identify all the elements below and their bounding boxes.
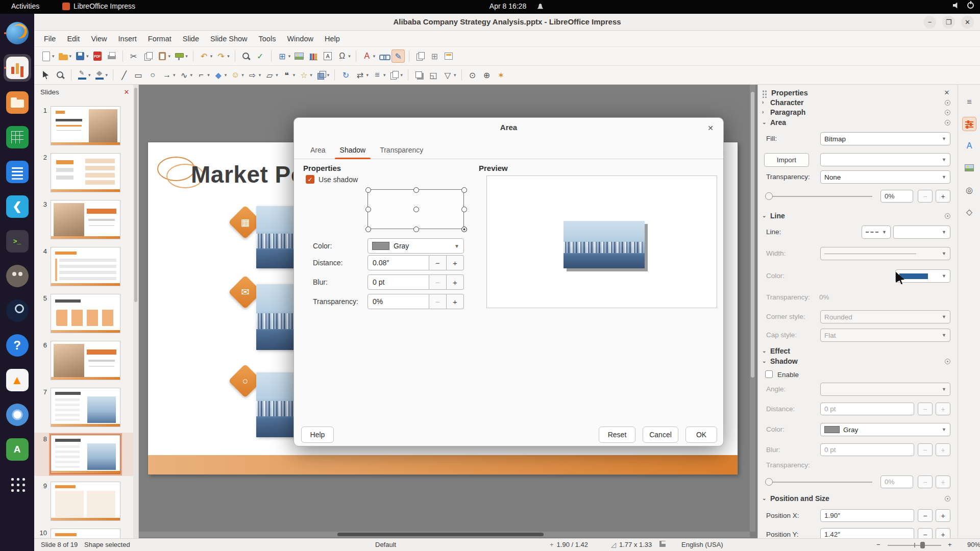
dock-item-help[interactable]: ? xyxy=(4,332,31,359)
transparency-slider[interactable] xyxy=(765,190,872,203)
callouts-dropdown-arrow-icon[interactable]: ▾ xyxy=(293,72,296,78)
shadow-handle-top-left[interactable] xyxy=(365,187,371,193)
decrease-button[interactable]: − xyxy=(918,403,933,415)
menu-format[interactable]: Format xyxy=(142,33,177,45)
copy-button[interactable] xyxy=(141,49,155,63)
help-button[interactable]: Help xyxy=(301,427,334,443)
open-dropdown-arrow-icon[interactable]: ▾ xyxy=(69,54,72,59)
paste-dropdown-arrow-icon[interactable]: ▾ xyxy=(168,54,171,59)
properties-deck-button[interactable] xyxy=(962,117,976,131)
slide-thumbnail-8[interactable]: 8 xyxy=(34,433,133,476)
transparency-decrease-button[interactable]: − xyxy=(429,294,447,309)
width-dropdown[interactable]: ▼ xyxy=(820,247,950,260)
app-grid-button[interactable] xyxy=(4,470,31,498)
basic-shapes-dropdown-arrow-icon[interactable]: ▾ xyxy=(225,72,227,78)
callouts-button[interactable]: ❝▾ xyxy=(280,68,297,82)
select-button[interactable] xyxy=(39,68,53,82)
increase-button[interactable]: + xyxy=(936,443,950,456)
window-titlebar[interactable]: Alibaba Company Strategy Analysis.pptx -… xyxy=(34,14,980,31)
slide-thumbnail-5[interactable]: 5 xyxy=(34,292,133,335)
flip-button[interactable]: ⇄▾ xyxy=(353,68,370,82)
save-dropdown-arrow-icon[interactable]: ▾ xyxy=(86,54,89,59)
increase-button[interactable]: + xyxy=(936,475,950,488)
arrange-dropdown-arrow-icon[interactable]: ▾ xyxy=(400,72,403,78)
shadow-handle-bottom-center[interactable] xyxy=(413,227,419,232)
section-character[interactable]: › Character xyxy=(758,98,958,108)
transparency-input[interactable]: 0% xyxy=(368,294,429,309)
dock-item-libreoffice-impress[interactable] xyxy=(4,54,31,82)
blur-increase-button[interactable]: + xyxy=(447,274,464,290)
rectangle-button[interactable]: ▭ xyxy=(132,68,145,82)
section-settings-icon[interactable] xyxy=(945,100,950,106)
bitmap-dropdown[interactable]: ▼ xyxy=(820,153,950,166)
find-replace-button[interactable] xyxy=(239,49,253,63)
decrease-button[interactable]: − xyxy=(918,190,933,203)
slide-layout-button[interactable] xyxy=(442,49,455,63)
dock-item-terminal[interactable]: >_ xyxy=(4,228,31,255)
redo-button[interactable]: ↷▾ xyxy=(214,49,231,63)
dock-item-libreoffice-writer[interactable] xyxy=(4,158,31,186)
section-shadow[interactable]: ⌄ Shadow xyxy=(758,357,958,367)
dock-item-firefox[interactable] xyxy=(4,19,31,47)
section-settings-icon[interactable] xyxy=(945,110,950,115)
menu-window[interactable]: Window xyxy=(281,33,319,45)
shadow-transparency-input[interactable]: 0% xyxy=(880,475,913,488)
font-color-button[interactable]: A▾ xyxy=(360,49,377,63)
section-line[interactable]: ⌄ Line xyxy=(758,212,958,221)
crop-button[interactable]: ◱ xyxy=(427,68,440,82)
line-width-preset-dropdown[interactable]: ▼ xyxy=(893,226,950,239)
open-button[interactable]: ▾ xyxy=(57,49,73,63)
slider-knob[interactable] xyxy=(765,478,773,486)
transparency-increase-button[interactable]: + xyxy=(447,294,464,309)
increase-button[interactable]: + xyxy=(936,190,950,203)
stars-dropdown-arrow-icon[interactable]: ▾ xyxy=(310,72,312,78)
slides-scrollbar-thumb[interactable] xyxy=(134,88,137,302)
dock-item-files[interactable] xyxy=(4,89,31,116)
dock-item-chromium[interactable] xyxy=(4,401,31,429)
distance-input[interactable]: 0 pt xyxy=(820,403,914,415)
flowchart-dropdown-arrow-icon[interactable]: ▾ xyxy=(276,72,278,78)
transparency-type-dropdown[interactable]: None ▼ xyxy=(820,170,950,184)
zoom-out-button[interactable]: − xyxy=(876,541,880,548)
rotate-button[interactable]: ↻ xyxy=(339,68,352,82)
text-language[interactable]: English (USA) xyxy=(681,541,723,548)
flowchart-button[interactable]: ▱▾ xyxy=(263,68,279,82)
decrease-button[interactable]: − xyxy=(918,528,933,538)
navigator-deck-button[interactable]: ◎ xyxy=(962,183,976,197)
shadow-button[interactable] xyxy=(412,68,426,82)
dock-item-vscode[interactable]: ❮ xyxy=(4,193,31,220)
close-button[interactable]: ✕ xyxy=(961,16,974,29)
section-settings-icon[interactable] xyxy=(945,359,950,364)
menu-insert[interactable]: Insert xyxy=(113,33,142,45)
symbol-shapes-button[interactable]: ☺▾ xyxy=(229,68,245,82)
connectors-dropdown-arrow-icon[interactable]: ▾ xyxy=(207,72,210,78)
tab-area[interactable]: Area xyxy=(303,143,333,159)
basic-shapes-button[interactable]: ◆▾ xyxy=(212,68,228,82)
decrease-button[interactable]: − xyxy=(918,509,933,522)
slide-thumbnail-3[interactable]: 3 xyxy=(34,198,133,241)
clone-formatting-dropdown-arrow-icon[interactable]: ▾ xyxy=(185,54,188,59)
shadow-handle-top-right[interactable] xyxy=(461,187,467,193)
system-tray[interactable] xyxy=(953,2,974,9)
slider-knob[interactable] xyxy=(765,192,773,200)
insert-line-button[interactable]: ╱ xyxy=(117,68,131,82)
slide-thumbnail-10[interactable]: 10 xyxy=(34,527,133,538)
zoom-slider-knob[interactable] xyxy=(920,542,925,548)
ellipse-button[interactable]: ○ xyxy=(146,68,159,82)
zoom-button[interactable] xyxy=(54,68,67,82)
menu-tools[interactable]: Tools xyxy=(253,33,282,45)
slides-panel-close-icon[interactable]: ✕ xyxy=(122,87,131,96)
lines-arrows-dropdown-arrow-icon[interactable]: ▾ xyxy=(173,72,176,78)
filter-dropdown-arrow-icon[interactable]: ▾ xyxy=(454,72,456,78)
dock-item-gimp[interactable] xyxy=(4,262,31,290)
symbol-shapes-dropdown-arrow-icon[interactable]: ▾ xyxy=(241,72,244,78)
activities-button[interactable]: Activities xyxy=(11,2,39,10)
zoom-level[interactable]: 90% xyxy=(967,541,980,548)
hyperlink-button[interactable] xyxy=(377,49,390,63)
menu-edit[interactable]: Edit xyxy=(61,33,85,45)
distance-input[interactable]: 0.08″ xyxy=(368,255,429,270)
shadow-handle-bottom-right-selected[interactable] xyxy=(461,227,467,232)
gallery-deck-button[interactable] xyxy=(962,161,976,175)
new-document-button[interactable]: ▾ xyxy=(39,49,56,63)
dock-item-software[interactable]: A xyxy=(4,436,31,463)
